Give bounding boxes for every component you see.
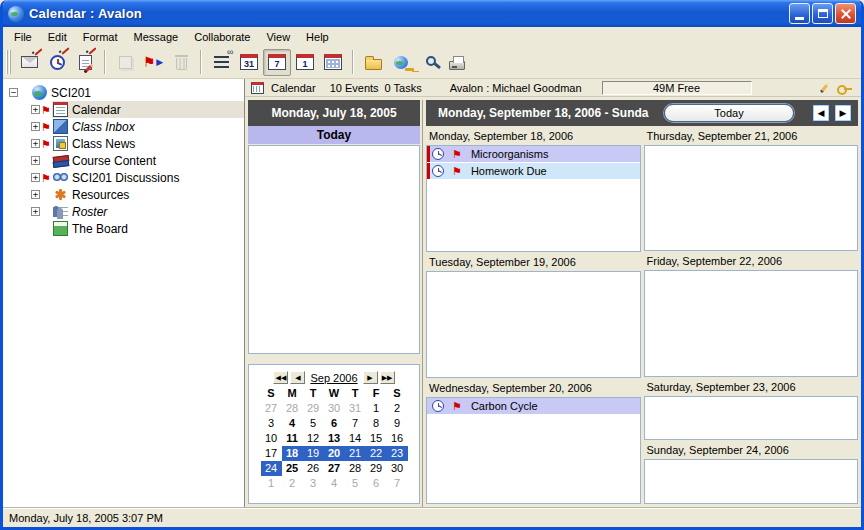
today-bar[interactable]: Today	[248, 126, 420, 144]
day-cell-body[interactable]: ⚑Microorganisms⚑Homework Due	[426, 145, 641, 252]
mini-date-cell[interactable]: 26	[303, 461, 324, 476]
mini-date-cell[interactable]: 19	[303, 446, 324, 461]
sidebar-item-class-news[interactable]: +⚑Class News	[3, 135, 244, 152]
mini-date-cell[interactable]: 5	[303, 416, 324, 431]
expand-box[interactable]: +	[31, 105, 40, 114]
new-event-button[interactable]	[43, 49, 71, 76]
week-view-button[interactable]: 7	[263, 49, 291, 76]
day-cell-header[interactable]: Monday, September 18, 2006	[426, 128, 641, 145]
mini-date-cell[interactable]: 6	[324, 416, 345, 431]
menu-message[interactable]: Message	[126, 29, 187, 45]
today-button[interactable]: Today	[664, 104, 794, 122]
mini-date-cell[interactable]: 3	[261, 416, 282, 431]
mini-date-cell[interactable]: 3	[303, 476, 324, 491]
new-task-button[interactable]	[71, 49, 99, 76]
sidebar-item-resources[interactable]: +Resources	[3, 186, 244, 203]
mini-date-cell[interactable]: 25	[282, 461, 303, 476]
mini-date-cell[interactable]: 1	[261, 476, 282, 491]
expand-box[interactable]: +	[31, 190, 40, 199]
mini-date-cell[interactable]: 12	[303, 431, 324, 446]
print-button[interactable]	[443, 49, 471, 76]
menu-collaborate[interactable]: Collaborate	[186, 29, 258, 45]
mini-date-cell[interactable]: 7	[387, 476, 408, 491]
next-week-button[interactable]: ▶	[834, 104, 852, 122]
menu-format[interactable]: Format	[75, 29, 126, 45]
sidebar-item-class-inbox[interactable]: +⚑Class Inbox	[3, 118, 244, 135]
mini-date-cell[interactable]: 11	[282, 431, 303, 446]
list-view-button[interactable]	[207, 49, 235, 76]
collapse-box[interactable]: −	[9, 88, 18, 97]
sidebar-item-the-board[interactable]: The Board	[3, 220, 244, 237]
day-cell-header[interactable]: Thursday, September 21, 2006	[644, 128, 859, 145]
day-cell-header[interactable]: Wednesday, September 20, 2006	[426, 380, 641, 397]
maximize-button[interactable]	[812, 3, 833, 24]
prev-year-button[interactable]: ◀◀	[273, 371, 288, 384]
mini-date-cell[interactable]: 4	[282, 416, 303, 431]
day-cell-header[interactable]: Sunday, September 24, 2006	[644, 442, 859, 459]
mini-date-cell[interactable]: 2	[282, 476, 303, 491]
mini-date-cell[interactable]: 28	[282, 401, 303, 416]
day-cell-body[interactable]	[644, 396, 859, 441]
mini-date-cell[interactable]: 29	[366, 461, 387, 476]
mini-date-cell[interactable]: 2	[387, 401, 408, 416]
mini-date-cell[interactable]: 13	[324, 431, 345, 446]
close-button[interactable]	[835, 3, 856, 24]
permissions-button[interactable]	[387, 49, 415, 76]
sidebar-item-sci201-discussions[interactable]: +⚑SCI201 Discussions	[3, 169, 244, 186]
mini-date-cell[interactable]: 30	[324, 401, 345, 416]
mini-date-cell[interactable]: 6	[366, 476, 387, 491]
mini-date-cell[interactable]: 31	[345, 401, 366, 416]
mini-date-cell[interactable]: 24	[261, 461, 282, 476]
mini-date-cell[interactable]: 17	[261, 446, 282, 461]
day-cell-body[interactable]	[644, 270, 859, 376]
minimize-button[interactable]	[789, 3, 810, 24]
sidebar-item-course-content[interactable]: +Course Content	[3, 152, 244, 169]
mini-date-cell[interactable]: 16	[387, 431, 408, 446]
mini-date-cell[interactable]: 20	[324, 446, 345, 461]
parent-folder-button[interactable]	[359, 49, 387, 76]
expand-box[interactable]: +	[31, 173, 40, 182]
next-year-button[interactable]: ▶▶	[380, 371, 395, 384]
mini-date-cell[interactable]: 23	[387, 446, 408, 461]
tree-root-sci201[interactable]: −SCI201	[3, 84, 244, 101]
expand-box[interactable]: +	[31, 139, 40, 148]
mini-date-cell[interactable]: 29	[303, 401, 324, 416]
edit-pencil-icon[interactable]	[820, 82, 830, 93]
month-label-link[interactable]: Sep 2006	[310, 372, 357, 384]
mini-date-cell[interactable]: 28	[345, 461, 366, 476]
day-cell-body[interactable]: ⚑Carbon Cycle	[426, 397, 641, 504]
day-view-button[interactable]: 1	[291, 49, 319, 76]
day-cell-header[interactable]: Friday, September 22, 2006	[644, 253, 859, 270]
month-view-button[interactable]: 31	[235, 49, 263, 76]
day-cell-header[interactable]: Saturday, September 23, 2006	[644, 379, 859, 396]
mini-date-cell[interactable]: 21	[345, 446, 366, 461]
next-month-button[interactable]: ▶	[363, 371, 378, 384]
mini-date-cell[interactable]: 5	[345, 476, 366, 491]
new-message-button[interactable]	[15, 49, 43, 76]
mini-date-cell[interactable]: 1	[366, 401, 387, 416]
mini-date-cell[interactable]: 27	[261, 401, 282, 416]
multi-week-view-button[interactable]	[319, 49, 347, 76]
day-cell-body[interactable]	[426, 271, 641, 378]
mini-date-cell[interactable]: 4	[324, 476, 345, 491]
event-item[interactable]: ⚑Carbon Cycle	[427, 398, 640, 414]
day-events-area[interactable]	[248, 145, 420, 354]
prev-week-button[interactable]: ◀	[812, 104, 830, 122]
app-icon[interactable]	[8, 6, 24, 22]
permissions-key-icon[interactable]	[837, 83, 853, 93]
mini-date-cell[interactable]: 30	[387, 461, 408, 476]
menu-edit[interactable]: Edit	[40, 29, 75, 45]
expand-box[interactable]: +	[31, 156, 40, 165]
mini-date-cell[interactable]: 27	[324, 461, 345, 476]
prev-month-button[interactable]: ◀	[290, 371, 305, 384]
mini-date-cell[interactable]: 8	[366, 416, 387, 431]
sidebar-item-calendar[interactable]: +⚑Calendar	[3, 101, 244, 118]
mini-date-cell[interactable]: 15	[366, 431, 387, 446]
next-unread-button[interactable]: ⚑▶	[139, 49, 167, 76]
search-button[interactable]	[415, 49, 443, 76]
mini-date-cell[interactable]: 22	[366, 446, 387, 461]
menu-file[interactable]: File	[6, 29, 40, 45]
mini-date-cell[interactable]: 14	[345, 431, 366, 446]
mini-date-cell[interactable]: 7	[345, 416, 366, 431]
mini-date-cell[interactable]: 9	[387, 416, 408, 431]
